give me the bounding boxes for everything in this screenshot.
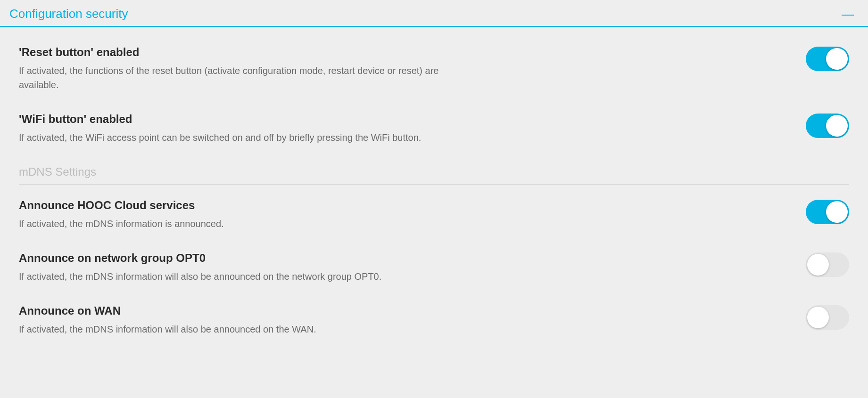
setting-announce-hooc: Announce HOOC Cloud services If activate… (19, 199, 849, 231)
toggle-announce-opt0[interactable] (806, 252, 849, 277)
setting-desc: If activated, the mDNS information is an… (19, 217, 443, 231)
section-title: Configuration security (9, 7, 128, 21)
setting-wifi-button: 'WiFi button' enabled If activated, the … (19, 113, 849, 145)
setting-desc: If activated, the functions of the reset… (19, 64, 443, 92)
setting-label: Announce on network group OPT0 (19, 252, 585, 265)
toggle-announce-wan[interactable] (806, 305, 849, 330)
setting-label: Announce on WAN (19, 304, 585, 317)
setting-text: Announce HOOC Cloud services If activate… (19, 199, 585, 231)
setting-label: Announce HOOC Cloud services (19, 199, 585, 212)
setting-announce-opt0: Announce on network group OPT0 If activa… (19, 252, 849, 284)
section-header: Configuration security — (0, 0, 868, 27)
collapse-icon[interactable]: — (842, 8, 859, 20)
setting-label: 'Reset button' enabled (19, 46, 585, 59)
setting-desc: If activated, the mDNS information will … (19, 322, 443, 336)
setting-announce-wan: Announce on WAN If activated, the mDNS i… (19, 304, 849, 336)
setting-text: Announce on network group OPT0 If activa… (19, 252, 585, 284)
subsection-title-mdns: mDNS Settings (19, 165, 849, 185)
setting-text: 'WiFi button' enabled If activated, the … (19, 113, 585, 145)
toggle-knob (807, 307, 829, 328)
toggle-wifi-button[interactable] (806, 114, 849, 138)
toggle-reset-button[interactable] (806, 47, 849, 71)
toggle-knob (826, 115, 848, 137)
setting-text: Announce on WAN If activated, the mDNS i… (19, 304, 585, 336)
setting-reset-button: 'Reset button' enabled If activated, the… (19, 46, 849, 92)
setting-desc: If activated, the WiFi access point can … (19, 130, 443, 145)
setting-text: 'Reset button' enabled If activated, the… (19, 46, 585, 92)
settings-content: 'Reset button' enabled If activated, the… (0, 27, 868, 336)
toggle-knob (807, 254, 829, 276)
toggle-knob (826, 201, 848, 223)
setting-desc: If activated, the mDNS information will … (19, 269, 443, 284)
setting-label: 'WiFi button' enabled (19, 113, 585, 126)
toggle-knob (826, 48, 848, 70)
toggle-announce-hooc[interactable] (806, 200, 849, 224)
